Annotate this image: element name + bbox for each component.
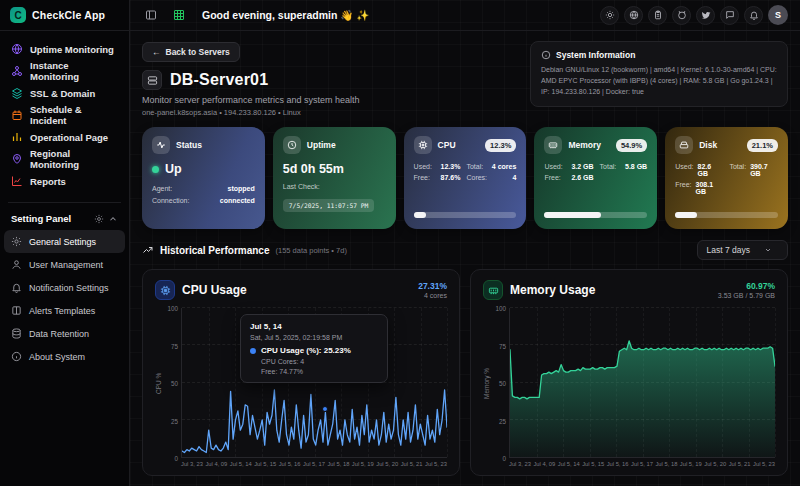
charts-row: CPU Usage 27.31% 4 cores CPU % 025507510…	[142, 269, 788, 476]
panel-toggle-icon[interactable]	[142, 6, 160, 24]
nav-label: Operational Page	[30, 132, 108, 143]
nav-label: Instance Monitoring	[30, 60, 118, 82]
cpu-x-ticks: Jul 3, 23Jul 4, 09Jul 5, 14Jul 5, 15Jul …	[181, 461, 447, 467]
back-to-servers-button[interactable]: ← Back to Servers	[142, 42, 240, 62]
app-root: C CheckCle App Uptime Monitoring Instanc…	[0, 0, 800, 486]
cpu-usage-chart-card: CPU Usage 27.31% 4 cores CPU % 025507510…	[142, 269, 460, 476]
status-card: Status Up Agent:stopped Connection:conne…	[142, 127, 265, 229]
map-pin-icon	[11, 153, 23, 165]
sidebar-item-ssl-domain[interactable]: SSL & Domain	[4, 82, 125, 104]
docs-icon[interactable]	[648, 6, 667, 25]
cpu-used-label: Used:	[414, 163, 432, 170]
cpu-progress-fill	[414, 212, 427, 218]
content-column: Good evening, superadmin 👋 ✨	[130, 0, 800, 486]
time-range-selector[interactable]: Last 7 days	[697, 240, 788, 260]
sidebar-nav: Uptime Monitoring Instance Monitoring SS…	[0, 31, 129, 196]
user-avatar[interactable]: S	[768, 5, 788, 25]
memory-progress-fill	[544, 212, 600, 218]
nav-label: Schedule & Incident	[30, 104, 118, 126]
cpu-chip-icon	[155, 280, 175, 300]
nav-label: SSL & Domain	[30, 88, 95, 99]
setting-panel-label: Setting Panel	[11, 213, 71, 224]
memory-y-ticks: 0255075100	[493, 308, 509, 458]
bell-icon[interactable]	[744, 6, 763, 25]
sidebar-item-reports[interactable]: Reports	[4, 170, 125, 192]
cpu-chip-icon	[414, 136, 432, 154]
nav-label: Uptime Monitoring	[30, 44, 114, 55]
metric-cards-row: Status Up Agent:stopped Connection:conne…	[142, 127, 788, 229]
app-logo[interactable]: C CheckCle App	[0, 0, 129, 31]
chevron-up-icon[interactable]	[108, 214, 118, 224]
main-content: ← Back to Servers DB-Server01 Monitor se…	[130, 31, 800, 486]
github-icon[interactable]	[672, 6, 691, 25]
back-arrow-icon: ←	[152, 47, 161, 57]
memory-badge: 54.9%	[616, 139, 647, 152]
tooltip-main-value: CPU Usage (%): 25.23%	[261, 346, 351, 355]
sidebar: C CheckCle App Uptime Monitoring Instanc…	[0, 0, 130, 486]
page-title: DB-Server01	[170, 71, 268, 89]
sidebar-item-uptime-monitoring[interactable]: Uptime Monitoring	[4, 38, 125, 60]
sidebar-item-about-system[interactable]: About System	[4, 345, 125, 368]
info-icon	[11, 351, 22, 362]
system-info-details: Debian GNU/Linux 12 (bookworm) | amd64 |…	[541, 65, 777, 98]
setting-panel-header[interactable]: Setting Panel	[0, 209, 129, 230]
gear-icon[interactable]	[94, 214, 104, 224]
twitter-icon[interactable]	[696, 6, 715, 25]
sidebar-item-data-retention[interactable]: Data Retention	[4, 322, 125, 345]
greeting-text: Good evening, superadmin 👋 ✨	[202, 9, 369, 22]
cpu-total-label: Total:	[466, 163, 483, 170]
app-title: CheckCle App	[32, 9, 105, 21]
nodes-icon	[11, 65, 23, 77]
last-check-value: 7/5/2025, 11:07:57 PM	[283, 199, 375, 212]
template-icon	[11, 305, 22, 316]
gear-icon	[11, 236, 22, 247]
cpu-used-value: 12.3%	[441, 163, 461, 170]
connection-label: Connection:	[152, 197, 189, 204]
time-range-label: Last 7 days	[707, 245, 750, 255]
chat-icon[interactable]	[720, 6, 739, 25]
tooltip-datetime: Sat, Jul 5, 2025, 02:19:58 PM	[250, 334, 378, 341]
historical-performance-header: Historical Performance (155 data points …	[142, 240, 788, 260]
memory-used-value: 3.2 GB	[571, 163, 593, 170]
calendar-icon	[11, 109, 23, 121]
language-globe-icon[interactable]	[624, 6, 643, 25]
cpu-card: CPU 12.3% Used:12.3% Total:4 cores Free:…	[404, 127, 527, 229]
sidebar-item-regional-monitoring[interactable]: Regional Monitoring	[4, 148, 125, 170]
agent-label: Agent:	[152, 185, 172, 192]
disk-badge: 21.1%	[747, 139, 778, 152]
theme-sun-icon[interactable]	[600, 6, 619, 25]
agent-value: stopped	[228, 185, 255, 192]
settings-label: Alerts Templates	[29, 306, 95, 316]
app-logo-icon: C	[10, 7, 26, 23]
bell-icon	[11, 282, 22, 293]
cpu-total-value: 4 cores	[492, 163, 517, 170]
database-icon	[11, 328, 22, 339]
uptime-card: Uptime 5d 0h 55m Last Check: 7/5/2025, 1…	[273, 127, 396, 229]
sidebar-item-instance-monitoring[interactable]: Instance Monitoring	[4, 60, 125, 82]
tooltip-cores: CPU Cores: 4	[261, 358, 378, 365]
memory-x-ticks: Jul 3, 23Jul 4, 09Jul 5, 14Jul 5, 15Jul …	[509, 461, 775, 467]
sidebar-item-notification-settings[interactable]: Notification Settings	[4, 276, 125, 299]
settings-label: User Management	[29, 260, 103, 270]
tooltip-free: Free: 74.77%	[261, 368, 378, 375]
memory-chart-plot[interactable]	[509, 308, 775, 458]
sidebar-item-general-settings[interactable]: General Settings	[4, 230, 125, 253]
sidebar-item-user-management[interactable]: User Management	[4, 253, 125, 276]
cpu-badge: 12.3%	[485, 139, 516, 152]
report-chart-icon	[11, 175, 23, 187]
chart-tooltip: Jul 5, 14 Sat, Jul 5, 2025, 02:19:58 PM …	[240, 314, 388, 383]
disk-card: Disk 21.1% Used:82.6 GB Total:390.7 GB F…	[665, 127, 788, 229]
cpu-chart-plot[interactable]: Jul 5, 14 Sat, Jul 5, 2025, 02:19:58 PM …	[181, 308, 447, 458]
memory-free-value: 2.6 GB	[571, 174, 593, 181]
memory-card-title: Memory	[568, 140, 601, 150]
memory-total-label: Total:	[600, 163, 617, 170]
disk-free-value: 308.1 GB	[696, 181, 724, 195]
cpu-current-value: 27.31%	[418, 281, 447, 291]
sidebar-item-operational-page[interactable]: Operational Page	[4, 126, 125, 148]
cpu-cores-label: Cores:	[466, 174, 487, 181]
sidebar-item-alerts-templates[interactable]: Alerts Templates	[4, 299, 125, 322]
sidebar-item-schedule-incident[interactable]: Schedule & Incident	[4, 104, 125, 126]
cpu-free-label: Free:	[414, 174, 430, 181]
grid-table-icon[interactable]	[170, 6, 188, 24]
chevron-down-icon	[764, 246, 772, 254]
